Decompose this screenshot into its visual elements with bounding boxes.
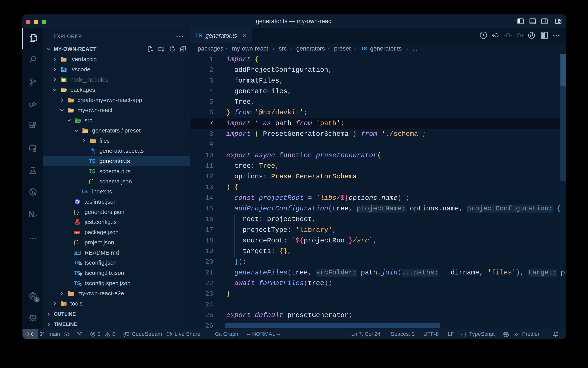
svg-text:</>: </> — [77, 120, 80, 123]
svg-text:TS: TS — [92, 151, 95, 154]
svg-text:npm: npm — [75, 231, 79, 234]
svg-text:js: js — [63, 79, 65, 81]
